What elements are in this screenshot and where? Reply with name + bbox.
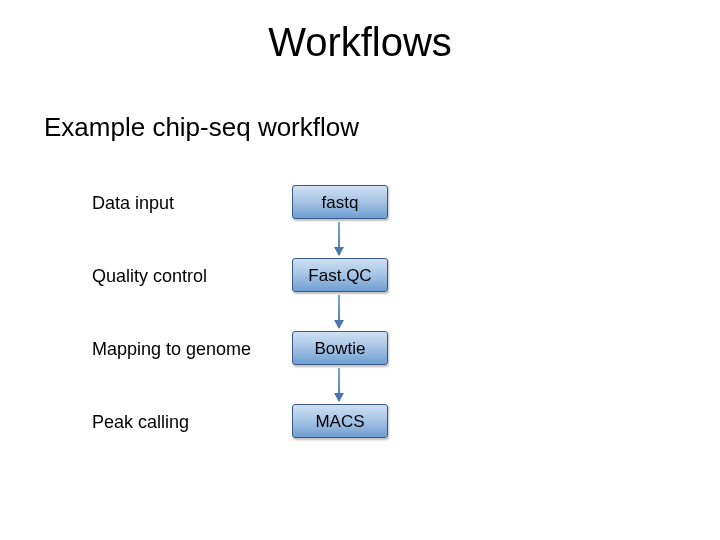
step-label-data-input: Data input xyxy=(92,193,174,214)
page-title: Workflows xyxy=(0,20,720,65)
step-label-mapping: Mapping to genome xyxy=(92,339,251,360)
step-label-peak-calling: Peak calling xyxy=(92,412,189,433)
arrow-down-icon xyxy=(338,368,340,401)
step-box-fastqc: Fast.QC xyxy=(292,258,388,292)
step-box-macs: MACS xyxy=(292,404,388,438)
arrow-down-icon xyxy=(338,222,340,255)
step-box-fastq: fastq xyxy=(292,185,388,219)
subtitle: Example chip-seq workflow xyxy=(44,112,359,143)
step-box-bowtie: Bowtie xyxy=(292,331,388,365)
step-label-quality-control: Quality control xyxy=(92,266,207,287)
arrow-down-icon xyxy=(338,295,340,328)
